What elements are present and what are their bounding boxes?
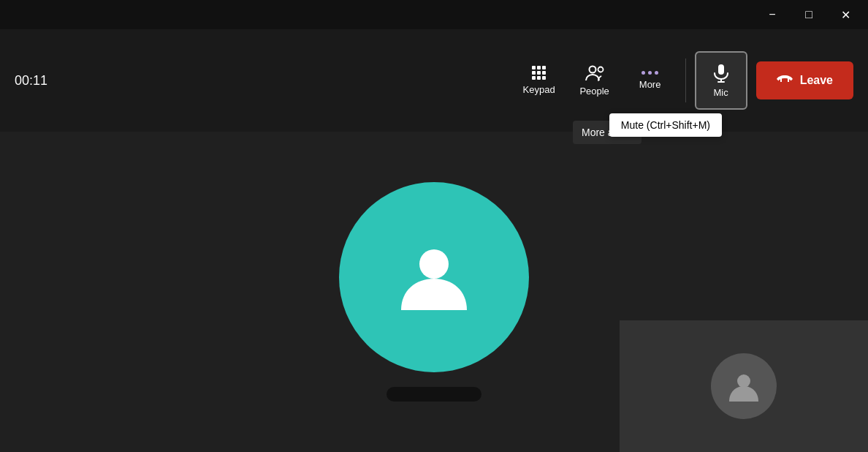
- people-icon: [585, 65, 604, 81]
- title-bar: − □ ✕: [0, 0, 868, 29]
- mic-icon: [712, 64, 730, 83]
- toolbar-controls: Keypad People: [513, 51, 853, 110]
- avatar-circle: [339, 182, 529, 372]
- toolbar: 00:11 Keypad: [0, 29, 868, 132]
- people-button[interactable]: People: [568, 51, 621, 110]
- mic-button[interactable]: Mic: [695, 51, 747, 110]
- minimize-button[interactable]: −: [755, 3, 789, 26]
- avatar-container: [339, 182, 529, 402]
- call-timer: 00:11: [15, 73, 47, 88]
- thumbnail-avatar: [711, 353, 777, 419]
- svg-point-6: [737, 374, 750, 388]
- mute-tooltip-text: Mute (Ctrl+Shift+M): [621, 119, 710, 131]
- maximize-button[interactable]: □: [792, 3, 826, 26]
- svg-point-0: [589, 66, 595, 72]
- avatar-icon: [390, 233, 478, 321]
- call-area: 00:11 Keypad: [0, 29, 868, 452]
- mic-label: Mic: [714, 87, 728, 98]
- people-label: People: [579, 86, 609, 97]
- thumbnail-video: [620, 320, 868, 452]
- three-dots-icon: [642, 71, 658, 75]
- keypad-grid-icon: [532, 66, 546, 80]
- mute-tooltip: Mute (Ctrl+Shift+M): [609, 113, 722, 137]
- more-label: More: [639, 79, 661, 90]
- thumbnail-avatar-icon: [726, 368, 762, 404]
- more-icon: [642, 71, 658, 75]
- phone-end-icon: [777, 75, 793, 86]
- keypad-button[interactable]: Keypad: [513, 51, 566, 110]
- more-button[interactable]: More: [624, 51, 677, 110]
- keypad-icon: [532, 66, 546, 80]
- svg-rect-2: [718, 64, 724, 75]
- leave-button[interactable]: Leave: [756, 61, 853, 99]
- svg-point-5: [419, 249, 449, 279]
- keypad-label: Keypad: [523, 84, 555, 95]
- svg-point-1: [598, 67, 603, 72]
- toolbar-divider: [685, 59, 686, 102]
- leave-label: Leave: [800, 74, 833, 87]
- close-button[interactable]: ✕: [829, 3, 862, 26]
- avatar-name-bar: [387, 387, 481, 402]
